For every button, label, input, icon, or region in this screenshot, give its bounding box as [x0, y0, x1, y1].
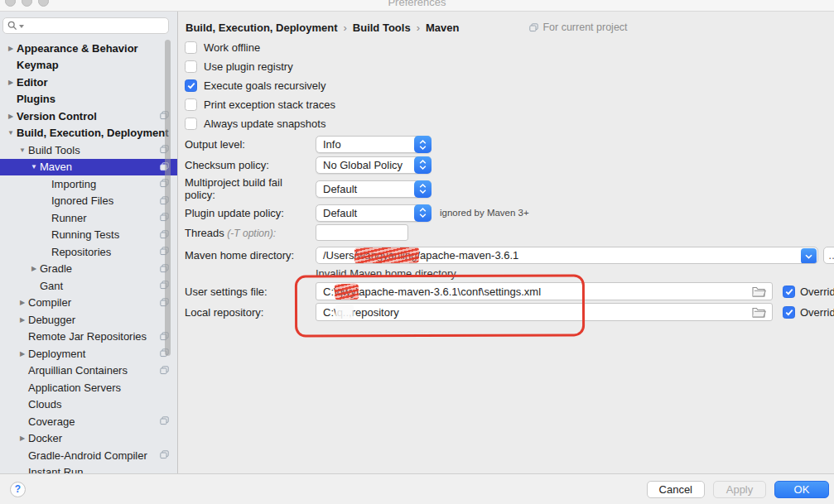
sidebar-item-gant[interactable]: Gant [0, 277, 177, 295]
maven-home-dropdown-icon[interactable] [801, 248, 817, 264]
sidebar-item-repositories[interactable]: Repositories [0, 243, 177, 261]
select-stepper-icon[interactable] [414, 156, 431, 174]
checkbox-label: Print exception stack traces [204, 98, 335, 111]
apply-button[interactable]: Apply [713, 481, 766, 498]
select-dropdown[interactable]: Default [316, 204, 431, 222]
user-settings-input[interactable]: C:\qwy\apache-maven-3.6.1\conf\settings.… [316, 282, 773, 300]
select-stepper-icon[interactable] [414, 180, 431, 198]
sidebar-item-gradle[interactable]: ▶Gradle [0, 261, 177, 278]
sidebar-item-label: Clouds [28, 398, 61, 410]
checkbox-row-execute-goals-recursively[interactable]: Execute goals recursively [185, 79, 834, 92]
breadcrumb-item[interactable]: Build Tools [353, 22, 411, 34]
folder-browse-icon[interactable] [752, 286, 766, 297]
sidebar-item-docker[interactable]: ▶Docker [0, 430, 177, 448]
checkbox-unchecked-icon[interactable] [185, 60, 197, 73]
sidebar-item-instant-run[interactable]: Instant Run [0, 464, 177, 474]
chevron-down-icon[interactable]: ▼ [17, 146, 28, 154]
sidebar-item-ignored-files[interactable]: Ignored Files [0, 193, 177, 210]
override-checkbox[interactable] [783, 286, 795, 298]
sidebar-item-compiler[interactable]: ▶Compiler [0, 295, 177, 312]
sidebar-item-keymap[interactable]: Keymap [0, 57, 177, 74]
sidebar-item-plugins[interactable]: Plugins [0, 91, 177, 108]
maven-home-combobox[interactable]: /Users/wangyanling/apache-maven-3.6.1 [316, 247, 818, 264]
sidebar-item-label: Arquillian Containers [28, 364, 128, 377]
cancel-button[interactable]: Cancel [647, 481, 705, 498]
checkbox-row-print-exception-stack-traces[interactable]: Print exception stack traces [185, 98, 834, 111]
sidebar-item-label: Plugins [17, 93, 55, 105]
chevron-right-icon[interactable]: ▶ [17, 299, 28, 306]
dialog-footer: ? Cancel Apply OK [0, 473, 834, 504]
sidebar-item-label: Importing [51, 178, 96, 190]
checkbox-unchecked-icon[interactable] [185, 41, 197, 54]
select-group: Output level:InfoChecksum policy:No Glob… [178, 136, 834, 222]
search-icon [7, 21, 17, 31]
sidebar-item-label: Maven [40, 161, 72, 173]
select-dropdown[interactable]: No Global Policy [316, 156, 431, 174]
sidebar-item-label: Editor [17, 76, 48, 89]
sidebar-item-editor[interactable]: ▶Editor [0, 74, 177, 91]
sidebar-item-importing[interactable]: Importing [0, 175, 177, 193]
checkbox-row-work-offline[interactable]: Work offline [185, 41, 834, 54]
select-row-checksum-policy-: Checksum policy:No Global Policy [185, 156, 834, 174]
chevron-down-icon[interactable]: ▼ [5, 129, 17, 137]
chevron-right-icon[interactable]: ▶ [17, 316, 28, 324]
chevron-right-icon[interactable]: ▶ [17, 350, 28, 358]
breadcrumb-item[interactable]: Build, Execution, Deployment [186, 22, 337, 34]
threads-row: Threads (-T option): [185, 224, 834, 241]
sidebar-item-label: Build, Execution, Deployment [17, 127, 168, 139]
preferences-window: Preferences ▶Appearance & BehaviorKeymap… [0, 0, 834, 504]
per-project-badge-icon [529, 23, 538, 32]
checkbox-label: Use plugin registry [204, 60, 293, 73]
select-dropdown[interactable]: Info [316, 136, 431, 153]
local-repository-override[interactable]: Override [783, 306, 834, 319]
breadcrumb: Build, Execution, Deployment › Build Too… [186, 21, 834, 34]
checkbox-checked-icon[interactable] [185, 79, 197, 92]
select-stepper-icon[interactable] [414, 204, 431, 222]
maven-home-browse-button[interactable]: … [823, 247, 834, 264]
sidebar-item-running-tests[interactable]: Running Tests [0, 227, 177, 244]
ok-button[interactable]: OK [774, 481, 829, 498]
chevron-down-icon[interactable]: ▼ [28, 163, 40, 170]
sidebar-item-appearance-behavior[interactable]: ▶Appearance & Behavior [0, 40, 177, 57]
chevron-right-icon[interactable]: ▶ [5, 79, 17, 86]
checkbox-row-use-plugin-registry[interactable]: Use plugin registry [185, 60, 834, 73]
sidebar-item-deployment[interactable]: ▶Deployment [0, 345, 177, 362]
select-dropdown[interactable]: Default [316, 180, 431, 198]
sidebar-item-coverage[interactable]: Coverage [0, 413, 177, 430]
sidebar-item-label: Build Tools [28, 144, 80, 156]
sidebar-item-runner[interactable]: Runner [0, 209, 177, 227]
threads-input[interactable] [316, 224, 408, 241]
sidebar-item-debugger[interactable]: ▶Debugger [0, 311, 177, 329]
sidebar-item-version-control[interactable]: ▶Version Control [0, 108, 177, 125]
sidebar-item-build-tools[interactable]: ▼Build Tools [0, 142, 177, 159]
checkbox-label: Always update snapshots [204, 118, 325, 130]
chevron-right-icon[interactable]: ▶ [28, 265, 40, 272]
chevron-right-icon[interactable]: ▶ [5, 113, 17, 120]
sidebar-scrollbar[interactable] [165, 40, 171, 356]
sidebar-item-application-servers[interactable]: Application Servers [0, 379, 177, 396]
checkbox-row-always-update-snapshots[interactable]: Always update snapshots [185, 117, 834, 130]
help-button[interactable]: ? [10, 482, 26, 497]
sidebar-item-remote-jar-repositories[interactable]: Remote Jar Repositories [0, 329, 177, 346]
sidebar-item-clouds[interactable]: Clouds [0, 396, 177, 414]
checkbox-unchecked-icon[interactable] [185, 98, 197, 111]
chevron-right-icon[interactable]: ▶ [17, 434, 28, 442]
sidebar-item-label: Runner [51, 212, 87, 224]
sidebar-item-label: Keymap [17, 59, 59, 71]
override-checkbox[interactable] [783, 306, 795, 319]
sidebar-item-build-execution-deployment[interactable]: ▼Build, Execution, Deployment [0, 125, 177, 142]
chevron-right-icon[interactable]: ▶ [5, 45, 17, 52]
select-stepper-icon[interactable] [414, 136, 431, 153]
sidebar-item-maven[interactable]: ▼Maven [0, 159, 177, 176]
sidebar-item-arquillian-containers[interactable]: Arquillian Containers [0, 362, 177, 380]
local-repository-input[interactable]: C:\q.., repository [316, 303, 773, 321]
folder-browse-icon[interactable] [752, 307, 766, 318]
threads-hint: (-T option): [227, 228, 276, 239]
checkbox-unchecked-icon[interactable] [185, 118, 197, 130]
user-settings-override[interactable]: Override [783, 286, 834, 298]
sidebar-item-label: Repositories [51, 246, 111, 258]
settings-search-input[interactable] [2, 17, 169, 34]
sidebar-item-gradle-android-compiler[interactable]: Gradle-Android Compiler [0, 447, 177, 464]
search-filter-caret-icon[interactable] [19, 25, 24, 28]
redacted-folder: qwy [337, 286, 356, 298]
